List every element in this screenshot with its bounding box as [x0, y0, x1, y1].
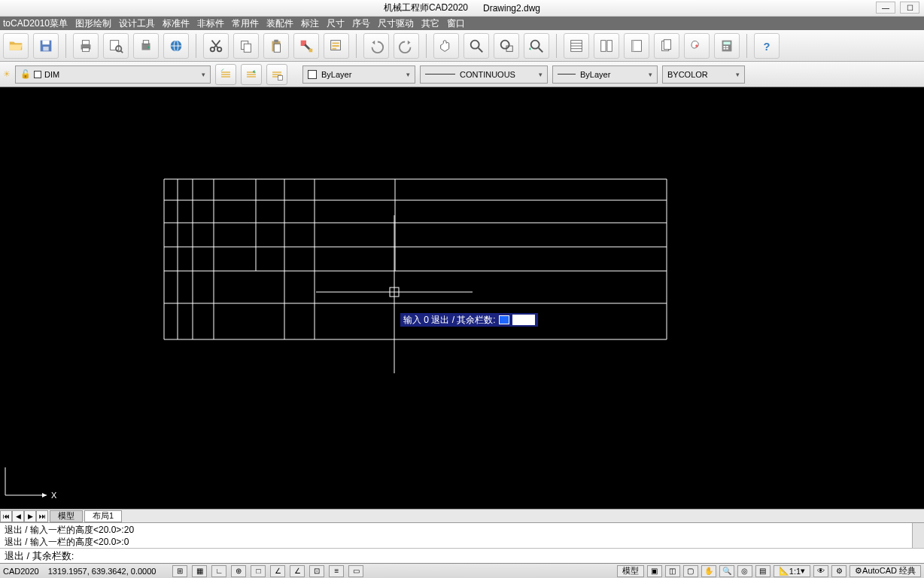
- zoom-window-button[interactable]: [494, 33, 519, 59]
- doc-title: Drawing2.dwg: [483, 3, 540, 14]
- quickcalc-button[interactable]: [714, 33, 740, 59]
- app-title: 机械工程师CAD2020: [384, 2, 468, 14]
- scrollbar[interactable]: [912, 523, 924, 548]
- polar-toggle[interactable]: ⊕: [231, 565, 246, 577]
- match-properties-button[interactable]: [293, 33, 319, 59]
- drawing-area[interactable]: 输入 0 退出 / 其余栏数: X: [0, 87, 924, 509]
- command-line[interactable]: 退出 / 其余栏数:: [0, 548, 924, 563]
- web-button[interactable]: [163, 33, 189, 59]
- print-preview-button[interactable]: [103, 33, 129, 59]
- svg-rect-19: [244, 44, 251, 52]
- tab-model[interactable]: 模型: [50, 510, 83, 522]
- chevron-down-icon: ▾: [406, 71, 410, 78]
- quickview-drawings-icon[interactable]: ◫: [665, 565, 680, 577]
- maximize-button[interactable]: ☐: [900, 2, 919, 14]
- menu-item[interactable]: 其它: [421, 17, 439, 30]
- menu-item[interactable]: 非标件: [197, 17, 224, 30]
- linetype-value: CONTINUOUS: [460, 70, 515, 79]
- menu-item[interactable]: 尺寸驱动: [378, 17, 414, 30]
- chevron-down-icon: ▾: [649, 71, 652, 78]
- tab-nav-last[interactable]: ⏭: [36, 510, 48, 522]
- menu-item[interactable]: 标注: [301, 17, 319, 30]
- svg-rect-43: [723, 41, 730, 44]
- qp-toggle[interactable]: ▭: [348, 565, 363, 577]
- linetype-preview: [425, 74, 455, 75]
- osnap-toggle[interactable]: □: [251, 565, 266, 577]
- color-dropdown[interactable]: ByLayer ▾: [302, 65, 415, 84]
- title-bar: 机械工程师CAD2020 Drawing2.dwg — ☐: [0, 0, 924, 17]
- block-editor-button[interactable]: [324, 33, 349, 59]
- sheet-set-button[interactable]: [654, 33, 679, 59]
- layout-tabs: ⏮ ◀ ▶ ⏭ 模型 布局1: [0, 509, 924, 522]
- layer-previous-button[interactable]: [241, 64, 262, 85]
- plotstyle-dropdown[interactable]: BYCOLOR ▾: [662, 65, 745, 84]
- annotation-scale[interactable]: 📐 1:1 ▾: [774, 565, 810, 577]
- layer-properties-toolbar: ☀ 🔓 DIM ▾ ByLayer ▾ CONTINUOUS ▾ ByLayer…: [0, 62, 924, 87]
- properties-button[interactable]: [564, 33, 589, 59]
- help-button[interactable]: ?: [754, 33, 780, 59]
- menu-item[interactable]: 装配件: [266, 17, 293, 30]
- svg-line-8: [120, 50, 123, 53]
- lineweight-value: ByLayer: [580, 70, 610, 79]
- tab-layout1[interactable]: 布局1: [84, 510, 122, 522]
- layer-properties-button[interactable]: [266, 64, 287, 85]
- copy-button[interactable]: [233, 33, 259, 59]
- ortho-toggle[interactable]: ∟: [211, 565, 226, 577]
- layer-states-button[interactable]: [215, 64, 236, 85]
- minimize-button[interactable]: —: [876, 2, 895, 14]
- menu-item[interactable]: 设计工具: [119, 17, 155, 30]
- markup-button[interactable]: [684, 33, 710, 59]
- model-space-button[interactable]: 模型: [617, 565, 644, 577]
- sun-icon: ☀: [3, 69, 11, 79]
- menu-item[interactable]: 标准件: [163, 17, 190, 30]
- pan-button[interactable]: [433, 33, 459, 59]
- undo-button[interactable]: [363, 33, 389, 59]
- showmotion-icon[interactable]: ▤: [755, 565, 771, 577]
- menu-item[interactable]: 序号: [352, 17, 370, 30]
- ducs-toggle[interactable]: ∠: [290, 565, 305, 577]
- tab-nav-prev[interactable]: ◀: [12, 510, 24, 522]
- ucs-icon: X: [2, 465, 62, 506]
- lwt-toggle[interactable]: ≡: [329, 565, 344, 577]
- open-button[interactable]: [3, 33, 29, 59]
- menu-item[interactable]: 常用件: [232, 17, 259, 30]
- steering-wheel-icon[interactable]: ◎: [737, 565, 752, 577]
- design-center-button[interactable]: [594, 33, 619, 59]
- menu-item[interactable]: toCAD2010菜单: [3, 17, 68, 30]
- svg-rect-6: [111, 40, 119, 50]
- menu-item[interactable]: 图形绘制: [75, 17, 111, 30]
- annotation-visibility-icon[interactable]: 👁: [813, 565, 828, 577]
- zoom-previous-button[interactable]: [524, 33, 549, 59]
- dyndynamic-input-field[interactable]: [512, 315, 535, 325]
- cut-button[interactable]: [203, 33, 229, 59]
- tab-nav-next[interactable]: ▶: [24, 510, 36, 522]
- svg-rect-40: [664, 39, 670, 49]
- layer-dropdown[interactable]: 🔓 DIM ▾: [15, 65, 211, 84]
- tool-palettes-button[interactable]: [624, 33, 649, 59]
- menu-item[interactable]: 尺寸: [327, 17, 345, 30]
- tab-nav-first[interactable]: ⏮: [0, 510, 12, 522]
- save-button[interactable]: [33, 33, 59, 59]
- lineweight-dropdown[interactable]: ByLayer ▾: [552, 65, 658, 84]
- grid-toggle[interactable]: ▦: [192, 565, 207, 577]
- pan-icon[interactable]: ✋: [701, 565, 716, 577]
- paste-button[interactable]: [263, 33, 289, 59]
- status-bar: CAD2020 1319.1957, 639.3642, 0.0000 ⊞ ▦ …: [0, 563, 924, 578]
- maximize-viewport-icon[interactable]: ▢: [683, 565, 698, 577]
- zoom-icon[interactable]: 🔍: [719, 565, 734, 577]
- linetype-dropdown[interactable]: CONTINUOUS ▾: [420, 65, 548, 84]
- color-swatch: [308, 70, 317, 79]
- annotation-autoscale-icon[interactable]: ⚙: [831, 565, 846, 577]
- workspace-switcher[interactable]: ⚙ AutoCAD 经典: [850, 565, 921, 577]
- prompt-cursor-box: [499, 315, 509, 324]
- otrack-toggle[interactable]: ∠: [270, 565, 285, 577]
- print-button[interactable]: [73, 33, 99, 59]
- quickview-layouts-icon[interactable]: ▣: [647, 565, 662, 577]
- publish-button[interactable]: [133, 33, 159, 59]
- dyn-toggle[interactable]: ⊡: [309, 565, 324, 577]
- redo-button[interactable]: [394, 33, 419, 59]
- zoom-realtime-button[interactable]: [464, 33, 489, 59]
- snap-toggle[interactable]: ⊞: [172, 565, 187, 577]
- menu-item[interactable]: 窗口: [447, 17, 465, 30]
- svg-rect-1: [42, 40, 49, 44]
